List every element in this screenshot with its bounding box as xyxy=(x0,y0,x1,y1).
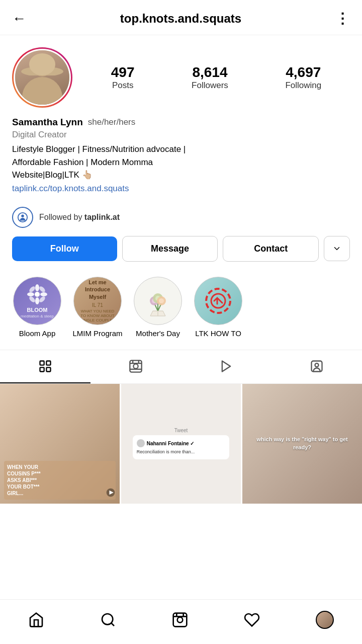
tab-grid[interactable] xyxy=(0,350,90,383)
bio-section: Samantha Lynn she/her/hers Digital Creat… xyxy=(0,117,362,202)
message-button[interactable]: Message xyxy=(122,236,218,262)
bloom-sub: meditation & sleep xyxy=(21,314,54,318)
bio-name-line: Samantha Lynn she/her/hers xyxy=(12,117,350,128)
highlight-mothers-day[interactable]: Mother's Day xyxy=(133,277,183,338)
stats-row: 497 Posts 8,614 Followers 4,697 Followin… xyxy=(82,64,350,91)
bio-role: Digital Creator xyxy=(12,130,350,140)
svg-rect-29 xyxy=(130,360,141,372)
nav-home[interactable] xyxy=(22,609,50,631)
svg-point-10 xyxy=(38,285,46,293)
highlight-circle-mothers-day xyxy=(134,277,182,325)
nav-avatar xyxy=(316,611,334,629)
svg-marker-35 xyxy=(222,361,230,371)
svg-point-6 xyxy=(35,297,39,304)
svg-point-1 xyxy=(29,53,55,75)
nav-reels[interactable] xyxy=(166,609,194,631)
avatar xyxy=(14,49,71,106)
highlight-label-ltk: LTK HOW TO xyxy=(195,329,241,338)
bio-link[interactable]: taplink.cc/top.knots.and.squats xyxy=(12,184,129,193)
search-icon xyxy=(100,612,116,628)
content-tabs xyxy=(0,350,362,384)
svg-point-4 xyxy=(35,292,40,297)
ltk-logo-icon xyxy=(203,286,233,316)
svg-point-11 xyxy=(28,295,36,303)
svg-rect-28 xyxy=(46,367,50,371)
nav-profile[interactable] xyxy=(310,608,340,632)
svg-point-37 xyxy=(315,363,319,367)
followed-by-text: Followed by taplink.at xyxy=(39,213,120,222)
tab-reels[interactable] xyxy=(90,350,181,383)
follow-button[interactable]: Follow xyxy=(12,236,117,261)
highlights-section: BLOOM meditation & sleep Bloom App Let m… xyxy=(0,272,362,348)
svg-rect-42 xyxy=(173,613,187,627)
tab-video[interactable] xyxy=(181,350,272,383)
bio-name: Samantha Lynn xyxy=(12,117,83,128)
followers-stat[interactable]: 8,614 Followers xyxy=(192,64,228,91)
more-options-button[interactable] xyxy=(324,236,350,261)
reels-icon xyxy=(129,359,143,373)
profile-top: 497 Posts 8,614 Followers 4,697 Followin… xyxy=(12,47,350,108)
svg-point-12 xyxy=(38,295,46,303)
followed-icon xyxy=(12,207,33,228)
hat-icon xyxy=(20,50,65,75)
lmim-content: Let me IntroduceMyself IL 71 WHAT YOU NE… xyxy=(74,277,121,325)
photo-grid: WHEN YOURCOUSINS P***ASKS ABI***YOUR BOT… xyxy=(0,384,362,504)
highlight-circle-bloom: BLOOM meditation & sleep xyxy=(13,277,61,325)
bio-pronouns: she/her/hers xyxy=(88,117,136,127)
back-button[interactable]: ← xyxy=(12,11,26,27)
grid-cell-3[interactable]: which way is the "right way" to getready… xyxy=(242,384,362,504)
person-circle-icon xyxy=(17,212,28,223)
home-icon xyxy=(28,612,44,628)
highlight-circle-lmim: Let me IntroduceMyself IL 71 WHAT YOU NE… xyxy=(73,277,122,325)
action-buttons: Follow Message Contact xyxy=(0,236,362,272)
chevron-down-icon xyxy=(332,244,341,254)
svg-point-43 xyxy=(177,617,183,623)
following-stat[interactable]: 4,697 Following xyxy=(285,64,321,91)
header: ← top.knots.and.squats ⋮ xyxy=(0,0,362,35)
grid-cell-1[interactable]: WHEN YOURCOUSINS P***ASKS ABI***YOUR BOT… xyxy=(0,384,120,504)
svg-point-5 xyxy=(35,284,39,291)
tagged-icon xyxy=(310,359,324,373)
svg-point-3 xyxy=(21,214,24,217)
bloom-text: BLOOM xyxy=(27,307,48,313)
svg-point-40 xyxy=(102,614,113,624)
highlight-lmim[interactable]: Let me IntroduceMyself IL 71 WHAT YOU NE… xyxy=(72,277,123,338)
svg-point-21 xyxy=(159,298,164,303)
contact-button[interactable]: Contact xyxy=(223,236,319,262)
highlight-ltk[interactable]: LTK HOW TO xyxy=(193,277,243,338)
video-icon xyxy=(219,359,233,373)
grid-cell-2[interactable]: Tweet Nahanni Fontaine ✓ Reconciliation … xyxy=(121,384,241,504)
followed-by: Followed by taplink.at xyxy=(0,202,362,236)
grid-icon xyxy=(38,359,52,373)
posts-stat[interactable]: 497 Posts xyxy=(111,64,135,91)
svg-rect-25 xyxy=(40,361,44,365)
avatar-wrapper[interactable] xyxy=(12,47,72,108)
video-play-icon xyxy=(106,488,116,498)
avatar-image xyxy=(15,50,69,105)
highlight-bloom[interactable]: BLOOM meditation & sleep Bloom App xyxy=(12,277,62,338)
bottom-navigation xyxy=(0,599,362,644)
bouquet-icon xyxy=(140,283,175,318)
reels-nav-icon xyxy=(172,612,188,628)
bloom-content: BLOOM meditation & sleep xyxy=(21,283,54,318)
svg-point-8 xyxy=(40,292,47,296)
bloom-logo-icon xyxy=(26,283,49,306)
nav-activity[interactable] xyxy=(238,609,266,631)
nav-search[interactable] xyxy=(94,609,122,631)
menu-button[interactable]: ⋮ xyxy=(335,10,350,27)
svg-point-24 xyxy=(211,294,225,308)
svg-point-30 xyxy=(133,364,138,368)
svg-rect-26 xyxy=(46,361,50,365)
svg-point-7 xyxy=(27,292,34,296)
tab-tagged[interactable] xyxy=(272,350,362,383)
bio-text: Lifestyle Blogger | Fitness/Nutrition ad… xyxy=(12,143,350,182)
svg-point-9 xyxy=(28,285,36,293)
profile-username: top.knots.and.squats xyxy=(120,12,241,26)
profile-section: 497 Posts 8,614 Followers 4,697 Followin… xyxy=(0,35,362,108)
svg-point-23 xyxy=(206,289,230,313)
highlight-label-bloom: Bloom App xyxy=(19,329,56,338)
svg-line-41 xyxy=(111,623,114,626)
highlight-label-lmim: LMIM Program xyxy=(72,329,122,338)
highlight-label-mothers-day: Mother's Day xyxy=(136,329,180,338)
highlight-circle-ltk xyxy=(194,277,242,325)
